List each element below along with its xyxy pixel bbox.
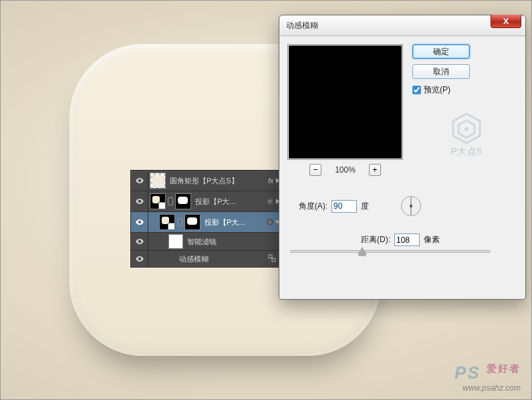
distance-slider[interactable]	[290, 250, 491, 253]
layer-thumbnail	[159, 214, 175, 230]
angle-unit: 度	[361, 201, 381, 212]
fx-badge[interactable]: fx	[265, 177, 276, 185]
filter-indicator-icon	[267, 219, 273, 225]
svg-point-2	[138, 221, 140, 223]
motion-blur-dialog: 动感模糊 X − 100% + 确定 取消 预览(P) 角度(A): 度	[279, 15, 526, 300]
angle-label: 角度(A):	[290, 201, 327, 212]
distance-row: 距离(D): 像素	[290, 233, 515, 246]
layer-name: 投影【P大...	[192, 197, 265, 207]
cancel-button[interactable]: 取消	[412, 64, 470, 79]
ok-button[interactable]: 确定	[412, 44, 470, 59]
smart-filters-label: 智能滤镜	[184, 237, 281, 247]
svg-point-3	[138, 241, 140, 242]
smart-filters-row[interactable]: 智能滤镜	[131, 233, 281, 251]
distance-label: 距离(D):	[361, 234, 390, 245]
filter-indicator-icon	[267, 198, 273, 205]
layers-panel: 圆角矩形【P大点S】 fx 投影【P大... 投影【P大... 智能滤镜	[130, 170, 282, 268]
angle-row: 角度(A): 度	[290, 196, 515, 216]
filter-mask-thumbnail	[168, 234, 183, 249]
preview-text: 预览(P)	[424, 84, 450, 96]
distance-unit: 像素	[424, 234, 444, 245]
zoom-out-button[interactable]: −	[309, 164, 321, 176]
close-icon: X	[503, 16, 509, 26]
dialog-title: 动感模糊	[286, 20, 318, 31]
svg-point-4	[138, 258, 140, 260]
visibility-toggle[interactable]	[131, 171, 148, 191]
filter-edit-icon[interactable]	[267, 253, 279, 265]
layer-row-shadow-1[interactable]: 投影【P大...	[131, 191, 281, 212]
svg-point-0	[138, 180, 140, 181]
preview-checkbox-label[interactable]: 预览(P)	[412, 84, 470, 96]
layer-thumbnail	[150, 173, 166, 189]
filter-item-row[interactable]: 动感模糊	[131, 251, 281, 267]
mask-thumbnail	[175, 193, 191, 209]
angle-dial[interactable]	[401, 196, 421, 216]
layer-thumbnail	[150, 193, 166, 209]
angle-input[interactable]	[331, 200, 357, 213]
preview-checkbox[interactable]	[412, 86, 421, 94]
layer-row-shape[interactable]: 圆角矩形【P大点S】 fx	[131, 171, 281, 191]
distance-input[interactable]	[394, 233, 420, 246]
layer-name: 投影【P大...	[202, 217, 265, 227]
svg-point-1	[138, 201, 140, 202]
visibility-toggle[interactable]	[131, 233, 148, 250]
visibility-toggle[interactable]	[131, 191, 148, 211]
layer-row-shadow-2[interactable]: 投影【P大...	[131, 212, 281, 233]
zoom-in-button[interactable]: +	[369, 164, 381, 176]
visibility-toggle[interactable]	[131, 251, 148, 267]
close-button[interactable]: X	[491, 15, 521, 28]
zoom-level: 100%	[335, 165, 356, 175]
filter-name: 动感模糊	[176, 254, 267, 264]
layer-name: 圆角矩形【P大点S】	[167, 176, 265, 186]
preview-area[interactable]	[287, 44, 403, 160]
watermark-footer: PS 爱好者 www.psahz.com	[454, 363, 521, 393]
link-icon[interactable]	[177, 218, 182, 226]
visibility-toggle[interactable]	[131, 212, 148, 232]
link-icon[interactable]	[168, 197, 173, 205]
dialog-titlebar[interactable]: 动感模糊 X	[279, 15, 525, 36]
mask-thumbnail	[184, 214, 201, 230]
